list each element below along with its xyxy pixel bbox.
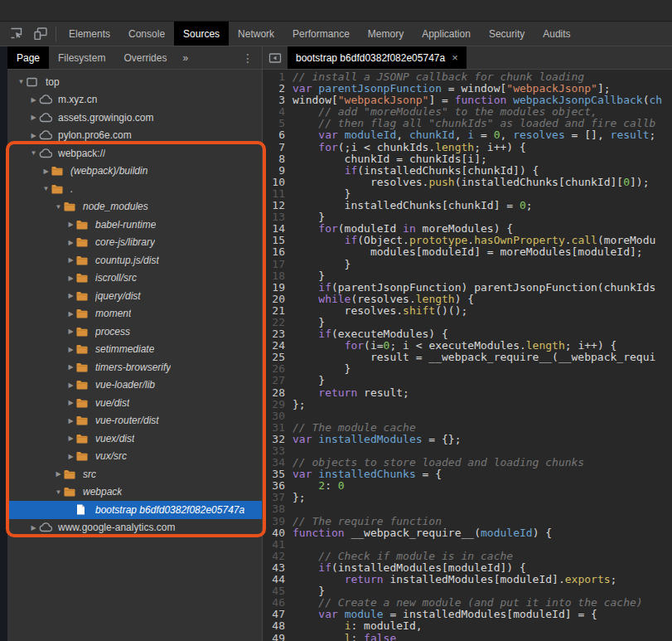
gutter-line-number[interactable]: 5 — [263, 118, 285, 129]
expander-collapsed-icon[interactable]: ▶ — [28, 96, 39, 104]
expander-collapsed-icon[interactable]: ▶ — [65, 435, 76, 442]
gutter-line-number[interactable]: 18 — [263, 270, 285, 282]
expander-collapsed-icon[interactable]: ▶ — [65, 399, 76, 406]
main-tab-sources[interactable]: Sources — [174, 22, 229, 46]
tree-item-process[interactable]: ▶process — [7, 323, 262, 341]
main-tab-application[interactable]: Application — [413, 22, 480, 46]
gutter-line-number[interactable]: 37 — [263, 492, 285, 503]
expander-collapsed-icon[interactable]: ▶ — [65, 328, 76, 335]
gutter-line-number[interactable]: 26 — [263, 363, 285, 375]
gutter-line-number[interactable]: 47 — [263, 609, 285, 620]
more-tabs-chevron-icon[interactable]: » — [176, 46, 195, 69]
expander-collapsed-icon[interactable]: ▶ — [28, 114, 39, 121]
gutter-line-number[interactable]: 9 — [263, 165, 285, 177]
tree-item-moment[interactable]: ▶moment — [7, 305, 262, 323]
device-toolbar-icon[interactable] — [34, 27, 47, 40]
navigator-tab-overrides[interactable]: Overrides — [114, 46, 176, 69]
expander-collapsed-icon[interactable]: ▶ — [65, 453, 76, 460]
gutter-line-number[interactable]: 32 — [263, 434, 285, 445]
expander-collapsed-icon[interactable]: ▶ — [65, 292, 76, 299]
gutter-line-number[interactable]: 24 — [263, 340, 285, 352]
tree-item-www-google-analytics-com[interactable]: ▶www.google-analytics.com — [7, 519, 262, 537]
tree-item-vuex-dist[interactable]: ▶vuex/dist — [7, 430, 262, 448]
main-tab-audits[interactable]: Audits — [534, 22, 579, 46]
expander-collapsed-icon[interactable]: ▶ — [28, 524, 39, 532]
navigator-tab-filesystem[interactable]: Filesystem — [49, 46, 114, 69]
more-options-icon[interactable]: ⋮ — [234, 46, 262, 69]
navigator-tab-page[interactable]: Page — [7, 46, 49, 69]
expander-expanded-icon[interactable]: ▼ — [41, 185, 51, 192]
editor-tab-bootstrap[interactable]: bootstrap b6dfd0382f082e05747a × — [288, 46, 467, 69]
gutter-line-number[interactable]: 49 — [263, 633, 285, 641]
tree-item-vue-loader-lib[interactable]: ▶vue-loader/lib — [7, 376, 262, 395]
gutter-line-number[interactable]: 31 — [263, 422, 285, 434]
gutter-line-number[interactable]: 39 — [263, 516, 285, 527]
tree-item-top[interactable]: ▼top — [7, 73, 262, 91]
gutter-line-number[interactable]: 43 — [263, 562, 285, 574]
tab-close-icon[interactable]: × — [452, 52, 458, 63]
code-area[interactable]: 1// install a JSONP callback for chunk l… — [263, 70, 672, 641]
expander-collapsed-icon[interactable]: ▶ — [53, 470, 64, 478]
gutter-line-number[interactable]: 19 — [263, 282, 285, 294]
expander-collapsed-icon[interactable]: ▶ — [65, 346, 76, 353]
inspect-element-icon[interactable] — [10, 27, 22, 40]
main-tab-security[interactable]: Security — [480, 22, 534, 46]
expander-collapsed-icon[interactable]: ▶ — [65, 274, 76, 282]
gutter-line-number[interactable]: 33 — [263, 445, 285, 457]
tree-item-webpack-buildin[interactable]: ▶(webpack)/buildin — [7, 163, 262, 181]
gutter-line-number[interactable]: 28 — [263, 387, 285, 399]
gutter-line-number[interactable]: 11 — [263, 188, 285, 200]
expander-collapsed-icon[interactable]: ▶ — [28, 132, 39, 139]
main-tab-elements[interactable]: Elements — [60, 22, 119, 46]
gutter-line-number[interactable]: 16 — [263, 246, 285, 258]
gutter-line-number[interactable]: 34 — [263, 457, 285, 469]
gutter-line-number[interactable]: 4 — [263, 106, 285, 118]
navigator-toggle-icon[interactable] — [263, 46, 288, 69]
gutter-line-number[interactable]: 41 — [263, 539, 285, 551]
gutter-line-number[interactable]: 40 — [263, 527, 285, 539]
main-tab-console[interactable]: Console — [119, 22, 174, 46]
tree-item-dot[interactable]: ▼. — [7, 180, 262, 198]
gutter-line-number[interactable]: 6 — [263, 129, 285, 141]
tree-item-bootstrap-b6dfd0382f082e05747a[interactable]: bootstrap b6dfd0382f082e05747a — [7, 501, 262, 519]
tree-item-setimmediate[interactable]: ▶setimmediate — [7, 341, 262, 359]
gutter-line-number[interactable]: 1 — [263, 71, 285, 83]
gutter-line-number[interactable]: 21 — [263, 305, 285, 317]
main-tab-performance[interactable]: Performance — [283, 22, 359, 46]
gutter-line-number[interactable]: 25 — [263, 352, 285, 363]
tree-item-iscroll-src[interactable]: ▶iscroll/src — [7, 270, 262, 288]
expander-collapsed-icon[interactable]: ▶ — [65, 239, 76, 246]
gutter-line-number[interactable]: 17 — [263, 259, 285, 270]
gutter-line-number[interactable]: 14 — [263, 223, 285, 235]
gutter-line-number[interactable]: 22 — [263, 317, 285, 328]
expander-expanded-icon[interactable]: ▼ — [16, 78, 27, 85]
expander-collapsed-icon[interactable]: ▶ — [65, 256, 76, 264]
gutter-line-number[interactable]: 10 — [263, 177, 285, 188]
tree-item-src[interactable]: ▶src — [7, 465, 262, 483]
expander-collapsed-icon[interactable]: ▶ — [65, 417, 76, 425]
gutter-line-number[interactable]: 2 — [263, 83, 285, 95]
gutter-line-number[interactable]: 29 — [263, 399, 285, 410]
gutter-line-number[interactable]: 30 — [263, 410, 285, 422]
gutter-line-number[interactable]: 12 — [263, 200, 285, 211]
gutter-line-number[interactable]: 46 — [263, 597, 285, 609]
gutter-line-number[interactable]: 8 — [263, 153, 285, 165]
tree-item-babel-runtime[interactable]: ▶babel-runtime — [7, 216, 262, 234]
gutter-line-number[interactable]: 48 — [263, 620, 285, 632]
gutter-line-number[interactable]: 15 — [263, 235, 285, 246]
main-tab-network[interactable]: Network — [229, 22, 283, 46]
gutter-line-number[interactable]: 13 — [263, 211, 285, 223]
gutter-line-number[interactable]: 3 — [263, 95, 285, 106]
tree-item-m-xyz-cn[interactable]: ▶m.xyz.cn — [7, 91, 262, 109]
main-tab-memory[interactable]: Memory — [359, 22, 413, 46]
gutter-line-number[interactable]: 36 — [263, 480, 285, 492]
tree-item-countup-js-dist[interactable]: ▶countup.js/dist — [7, 251, 262, 270]
tree-item-assets-growingio-com[interactable]: ▶assets.growingio.com — [7, 109, 262, 127]
tree-item-timers-browserify[interactable]: ▶timers-browserify — [7, 358, 262, 376]
gutter-line-number[interactable]: 45 — [263, 585, 285, 597]
tree-item-vue-router-dist[interactable]: ▶vue-router/dist — [7, 412, 262, 430]
gutter-line-number[interactable]: 38 — [263, 503, 285, 515]
expander-collapsed-icon[interactable]: ▶ — [65, 381, 76, 389]
tree-item-webpack[interactable]: ▼webpack — [7, 483, 262, 502]
tree-item-webpack[interactable]: ▼webpack:// — [7, 144, 262, 163]
